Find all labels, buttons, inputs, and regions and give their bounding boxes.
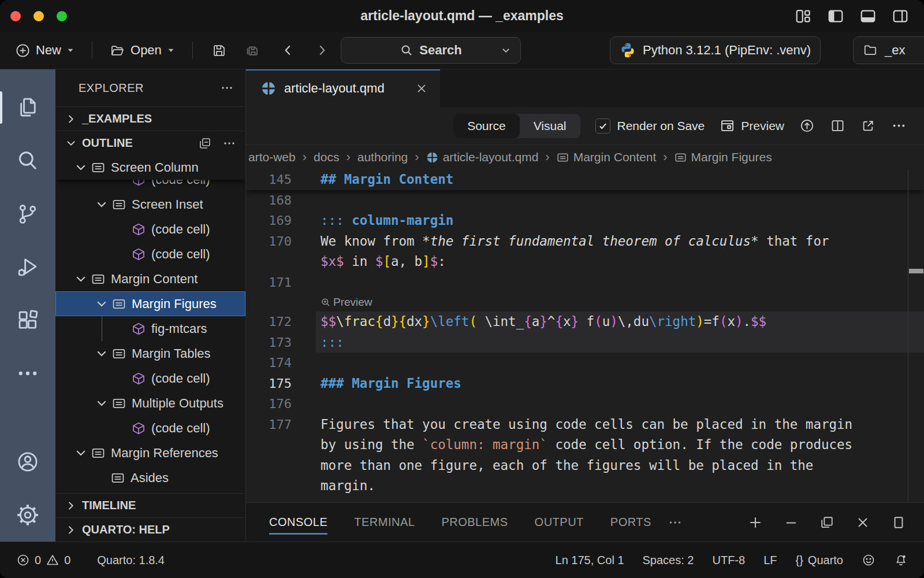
sidebar-section-timeline[interactable]: TIMELINE <box>55 493 245 517</box>
maximize-window-button[interactable] <box>57 11 67 21</box>
more-actions-icon[interactable] <box>891 118 907 134</box>
run-debug-activity-icon[interactable] <box>0 240 55 294</box>
code-line[interactable]: $x$ in $[a, b]$: <box>246 251 924 272</box>
outline-item[interactable]: (code cell) <box>55 180 245 192</box>
maximize-panel-icon[interactable] <box>891 514 907 531</box>
explorer-activity-icon[interactable] <box>0 81 55 134</box>
more-activity-icon[interactable] <box>0 347 55 400</box>
more-actions-icon[interactable] <box>220 81 234 95</box>
code-line[interactable]: 171 <box>246 272 924 293</box>
more-actions-icon[interactable] <box>222 136 236 150</box>
render-on-save-checkbox[interactable] <box>595 118 610 134</box>
outline-item[interactable]: (code cell) <box>55 217 245 242</box>
chevron-down-icon[interactable] <box>74 161 88 175</box>
outline-item[interactable]: (code cell) <box>55 242 245 266</box>
workspace-button[interactable]: _ex <box>853 36 924 64</box>
outline-item[interactable]: Multiple Outputs <box>55 391 245 416</box>
breadcrumb-item[interactable]: docs <box>314 150 339 164</box>
panel-tab-problems[interactable]: PROBLEMS <box>441 503 508 542</box>
problems-status[interactable]: 0 0 <box>16 553 70 567</box>
preview-button[interactable]: Preview <box>720 118 784 134</box>
code-line[interactable]: 173::: <box>246 332 924 353</box>
chevron-down-icon[interactable] <box>95 397 109 410</box>
panel-tab-console[interactable]: CONSOLE <box>269 503 327 542</box>
render-document-icon[interactable] <box>799 118 815 134</box>
encoding-status[interactable]: UTF-8 <box>712 554 745 567</box>
close-window-button[interactable] <box>10 11 21 21</box>
save-all-icon[interactable] <box>244 43 260 58</box>
toggle-secondary-sidebar-icon[interactable] <box>892 8 909 25</box>
sidebar-section-outline[interactable]: OUTLINE <box>55 131 245 155</box>
editor-scrollbar[interactable] <box>908 169 924 502</box>
breadcrumb-item[interactable]: authoring <box>357 150 408 164</box>
outline-item[interactable]: Asides <box>55 465 245 490</box>
breadcrumb-item[interactable]: article-layout.qmd <box>426 150 539 164</box>
code-line[interactable]: 177Figures that you create using code ce… <box>246 414 924 435</box>
breadcrumb-item[interactable]: arto-web <box>248 150 296 164</box>
extensions-activity-icon[interactable] <box>0 294 55 347</box>
save-icon[interactable] <box>211 43 227 58</box>
outline-item[interactable]: Margin Figures <box>55 291 245 316</box>
code-line[interactable]: 168 <box>246 190 924 211</box>
chevron-down-icon[interactable] <box>74 272 88 286</box>
open-in-new-window-icon[interactable] <box>860 118 876 134</box>
chevron-down-icon[interactable] <box>95 198 109 212</box>
close-panel-icon[interactable] <box>855 514 871 531</box>
code-line[interactable]: 170We know from *the first fundamental t… <box>246 231 924 252</box>
more-panel-tabs-icon[interactable] <box>668 515 683 530</box>
code-line[interactable]: 174 <box>246 353 924 373</box>
sidebar-section-examples[interactable]: _EXAMPLES <box>55 106 245 131</box>
navigate-back-icon[interactable] <box>281 43 296 58</box>
outline-item[interactable]: fig-mtcars <box>55 316 245 341</box>
minimize-panel-icon[interactable] <box>783 514 799 531</box>
outline-item[interactable]: Screen Column <box>55 155 245 180</box>
source-control-activity-icon[interactable] <box>0 187 55 240</box>
visual-mode-button[interactable]: Visual <box>520 114 580 138</box>
eol-status[interactable]: LF <box>763 554 777 567</box>
panel-tab-ports[interactable]: PORTS <box>610 503 651 542</box>
new-button[interactable]: New <box>10 39 79 62</box>
settings-gear-icon[interactable] <box>0 488 55 542</box>
source-mode-button[interactable]: Source <box>453 114 520 138</box>
search-input[interactable]: Search <box>341 37 521 64</box>
toggle-primary-sidebar-icon[interactable] <box>827 8 844 25</box>
outline-item[interactable]: (code cell) <box>55 416 245 440</box>
toggle-panel-icon[interactable] <box>859 8 877 25</box>
chevron-down-icon[interactable] <box>501 45 511 55</box>
code-line[interactable]: 169::: column-margin <box>246 210 924 231</box>
close-tab-icon[interactable] <box>415 81 429 95</box>
code-line[interactable]: 175### Margin Figures <box>246 373 924 394</box>
sidebar-section-quarto-help[interactable]: QUARTO: HELP <box>55 517 245 542</box>
new-console-icon[interactable] <box>747 514 763 531</box>
code-line[interactable]: more than one figure, each of the figure… <box>246 455 924 476</box>
codelens-row[interactable]: Preview <box>246 292 924 312</box>
breadcrumb-item[interactable]: Margin Figures <box>675 150 772 164</box>
preview-codelens[interactable]: Preview <box>321 292 372 313</box>
language-mode-status[interactable]: {}Quarto <box>795 554 843 567</box>
feedback-status[interactable] <box>862 553 875 567</box>
collapse-all-icon[interactable] <box>198 136 212 150</box>
code-editor[interactable]: 145## Margin Content168169::: column-mar… <box>246 169 924 502</box>
navigate-forward-icon[interactable] <box>314 43 329 58</box>
interpreter-selector[interactable]: Python 3.12.1 (PipEnv: .venv) <box>610 36 821 64</box>
outline-item[interactable]: (code cell) <box>55 366 245 391</box>
customize-layout-icon[interactable] <box>795 8 812 25</box>
code-line[interactable]: 172$$\frac{d}{dx}\left( \int_{a}^{x} f(u… <box>246 312 924 332</box>
panel-tab-output[interactable]: OUTPUT <box>535 503 584 542</box>
chevron-down-icon[interactable] <box>74 446 88 460</box>
code-line[interactable]: margin. <box>246 476 924 497</box>
outline-item[interactable]: Margin References <box>55 440 245 465</box>
search-activity-icon[interactable] <box>0 134 55 187</box>
outline-item[interactable]: Screen Inset <box>55 192 245 217</box>
minimize-window-button[interactable] <box>33 11 44 21</box>
quarto-version-status[interactable]: Quarto: 1.8.4 <box>97 554 165 567</box>
outline-item[interactable]: Margin Content <box>55 266 245 291</box>
code-line[interactable]: 176 <box>246 394 924 414</box>
open-button[interactable]: Open <box>105 39 180 62</box>
restore-panel-icon[interactable] <box>819 514 835 531</box>
indentation-status[interactable]: Spaces: 2 <box>643 554 694 567</box>
tab-article-layout[interactable]: article-layout.qmd <box>246 69 440 107</box>
code-line[interactable]: by using the `column: margin` code cell … <box>246 435 924 455</box>
panel-tab-terminal[interactable]: TERMINAL <box>354 503 415 542</box>
chevron-down-icon[interactable] <box>95 297 109 311</box>
